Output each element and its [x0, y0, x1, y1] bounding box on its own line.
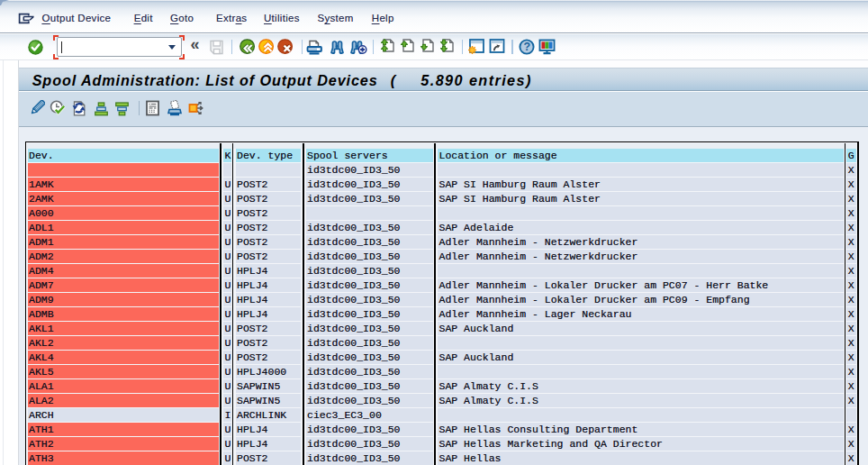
svg-text:?: ? [523, 41, 530, 53]
